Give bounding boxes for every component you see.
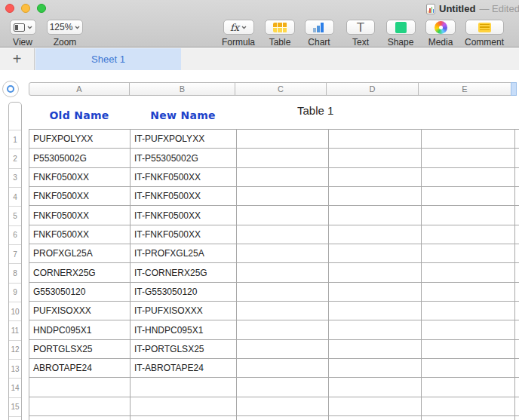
- cell-E5[interactable]: [422, 206, 515, 224]
- cell-C2[interactable]: [237, 149, 329, 167]
- insert-shape-button[interactable]: [386, 20, 416, 35]
- cell-B10[interactable]: IT-PUFXISOXXX: [131, 302, 237, 320]
- cell-A7[interactable]: PROFXGL25A: [29, 244, 131, 262]
- cell-partial-5[interactable]: [515, 206, 519, 224]
- cell-C9[interactable]: [237, 283, 329, 301]
- cell-C11[interactable]: [237, 320, 329, 339]
- cell-B8[interactable]: IT-CORNERX25G: [131, 263, 237, 281]
- cell-A5[interactable]: FNKF0500XX: [29, 206, 131, 224]
- cell-D13[interactable]: [329, 359, 422, 377]
- cell-partial-14[interactable]: [515, 378, 519, 396]
- insert-table-button[interactable]: [265, 20, 295, 35]
- cell-B2[interactable]: IT-P55305002G: [131, 149, 237, 167]
- row-header-2[interactable]: 2: [9, 149, 21, 167]
- zoom-button[interactable]: 125%: [47, 20, 83, 35]
- cell-A10[interactable]: PUFXISOXXX: [29, 302, 131, 320]
- cell-D11[interactable]: [329, 320, 422, 339]
- row-header-1[interactable]: 1: [9, 130, 21, 149]
- row-header-12[interactable]: 12: [9, 340, 21, 359]
- cell-C4[interactable]: [237, 187, 329, 205]
- row-header-7[interactable]: 7: [9, 244, 21, 263]
- header-cell-old-name[interactable]: Old Name: [29, 102, 130, 129]
- insert-media-button[interactable]: [425, 20, 456, 35]
- insert-text-button[interactable]: T: [346, 20, 375, 35]
- cell-A4[interactable]: FNKF0500XX: [29, 187, 131, 205]
- column-header-A[interactable]: A: [29, 82, 130, 96]
- cell-partial-10[interactable]: [515, 302, 519, 320]
- cell-B5[interactable]: IT-FNKF0500XX: [131, 206, 237, 224]
- cell-B3[interactable]: IT-FNKF0500XX: [131, 168, 237, 186]
- cell-E3[interactable]: [422, 168, 515, 186]
- add-sheet-button[interactable]: +: [0, 48, 35, 70]
- row-header-11[interactable]: 11: [9, 320, 21, 339]
- cell-C7[interactable]: [237, 244, 329, 262]
- tab-sheet-1[interactable]: Sheet 1: [35, 48, 181, 70]
- cell-D6[interactable]: [329, 225, 422, 244]
- cell-E8[interactable]: [422, 263, 515, 281]
- cell-C8[interactable]: [237, 263, 329, 281]
- cell-D4[interactable]: [329, 187, 422, 205]
- row-header-15[interactable]: 15: [9, 397, 21, 416]
- cell-E2[interactable]: [422, 149, 515, 167]
- minimize-window-button[interactable]: [21, 4, 30, 13]
- cell-A12[interactable]: PORTGLSX25: [29, 340, 131, 358]
- insert-chart-button[interactable]: [305, 20, 334, 35]
- close-window-button[interactable]: [5, 4, 14, 13]
- column-header-C[interactable]: C: [235, 82, 327, 96]
- cell-B9[interactable]: IT-G553050120: [131, 283, 237, 301]
- column-header-B[interactable]: B: [129, 82, 235, 96]
- cell-E12[interactable]: [422, 340, 515, 358]
- cell-D15[interactable]: [329, 397, 422, 415]
- column-header-D[interactable]: D: [326, 82, 419, 96]
- cell-partial-13[interactable]: [515, 359, 519, 377]
- cell-A13[interactable]: ABROTAPE24: [29, 359, 131, 377]
- cell-B6[interactable]: IT-FNKF0500XX: [131, 225, 237, 244]
- cell-A16[interactable]: [29, 416, 131, 420]
- cell-A3[interactable]: FNKF0500XX: [29, 168, 131, 186]
- cell-B4[interactable]: IT-FNKF0500XX: [131, 187, 237, 205]
- cell-partial-11[interactable]: [515, 320, 519, 339]
- cell-B1[interactable]: IT-PUFXPOLYXX: [131, 130, 237, 148]
- cell-partial-12[interactable]: [515, 340, 519, 358]
- cell-C10[interactable]: [237, 302, 329, 320]
- cell-D12[interactable]: [329, 340, 422, 358]
- cell-D3[interactable]: [329, 168, 422, 186]
- view-button[interactable]: [10, 20, 36, 35]
- row-header-table-head[interactable]: [9, 103, 21, 130]
- cell-partial-16[interactable]: [515, 416, 519, 420]
- row-header-10[interactable]: 10: [9, 302, 21, 320]
- cell-A8[interactable]: CORNERX25G: [29, 263, 131, 281]
- table-select-all-handle[interactable]: [2, 81, 19, 97]
- cell-D10[interactable]: [329, 302, 422, 320]
- cell-partial-9[interactable]: [515, 283, 519, 301]
- cell-partial-7[interactable]: [515, 244, 519, 262]
- cell-B14[interactable]: [131, 378, 237, 396]
- row-header-4[interactable]: 4: [9, 187, 21, 206]
- column-header-partial[interactable]: [511, 82, 517, 96]
- cell-D9[interactable]: [329, 283, 422, 301]
- cell-E13[interactable]: [422, 359, 515, 377]
- cell-D1[interactable]: [329, 130, 422, 148]
- cell-E15[interactable]: [422, 397, 515, 415]
- cell-B13[interactable]: IT-ABROTAPE24: [131, 359, 237, 377]
- cell-A15[interactable]: [29, 397, 131, 415]
- column-header-E[interactable]: E: [418, 82, 511, 96]
- cell-partial-15[interactable]: [515, 397, 519, 415]
- cell-C3[interactable]: [237, 168, 329, 186]
- cell-C1[interactable]: [237, 130, 329, 148]
- cell-C14[interactable]: [237, 378, 329, 396]
- row-header-9[interactable]: 9: [9, 283, 21, 302]
- cell-partial-2[interactable]: [515, 149, 519, 167]
- cell-C15[interactable]: [237, 397, 329, 415]
- cell-partial-3[interactable]: [515, 168, 519, 186]
- cell-C13[interactable]: [237, 359, 329, 377]
- cell-D7[interactable]: [329, 244, 422, 262]
- cell-D2[interactable]: [329, 149, 422, 167]
- row-header-14[interactable]: 14: [9, 378, 21, 397]
- cell-B15[interactable]: [131, 397, 237, 415]
- row-header-8[interactable]: 8: [9, 263, 21, 282]
- cell-E6[interactable]: [422, 225, 515, 244]
- cell-D14[interactable]: [329, 378, 422, 396]
- cell-A14[interactable]: [29, 378, 131, 396]
- cell-B16[interactable]: [131, 416, 237, 420]
